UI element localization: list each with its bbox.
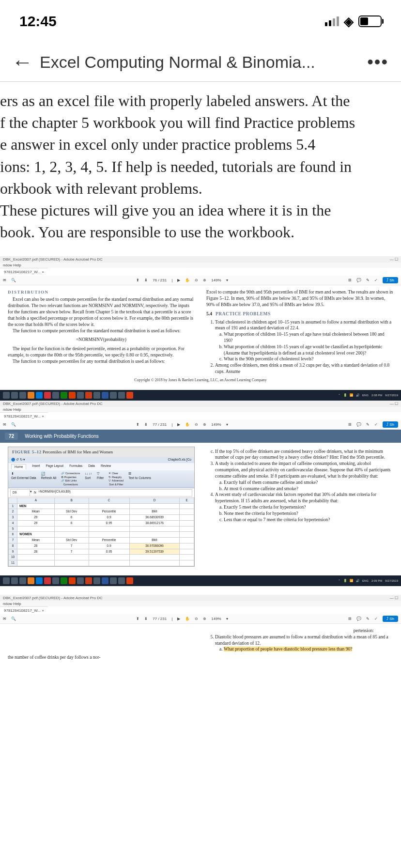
app-icon[interactable]: [52, 392, 59, 399]
hand-icon[interactable]: ✋: [185, 278, 190, 282]
acrobat-menubar[interactable]: ndow Help: [0, 601, 401, 606]
systray-icon[interactable]: 🔋: [343, 393, 347, 397]
app-icon[interactable]: [52, 577, 59, 584]
acrobat-menubar[interactable]: ndow Help: [0, 407, 401, 412]
arrow-down-icon[interactable]: ⬇: [144, 422, 148, 427]
app-icon[interactable]: [118, 392, 125, 399]
word-icon[interactable]: [102, 392, 108, 399]
window-controls[interactable]: — ☐: [390, 257, 398, 262]
zoom-out-icon[interactable]: ⊖: [195, 617, 198, 621]
search-icon[interactable]: 🔍: [11, 278, 16, 282]
app-icon[interactable]: [77, 577, 84, 584]
systray-lang[interactable]: ENG: [362, 394, 369, 397]
acrobat-menubar[interactable]: ndow Help: [0, 263, 401, 268]
systray-icon[interactable]: 🔊: [356, 393, 359, 397]
acrobat-tab[interactable]: 9781284108217_W... ×: [0, 268, 48, 276]
start-icon[interactable]: [3, 577, 10, 584]
ribbon-textto[interactable]: Text to Columns: [128, 476, 151, 480]
systray-icon[interactable]: ⌃: [338, 393, 340, 397]
app-icon[interactable]: [44, 577, 51, 584]
arrow-up-icon[interactable]: ⬆: [136, 278, 139, 282]
app-icon[interactable]: [28, 392, 34, 399]
zoom-in-icon[interactable]: ⊕: [203, 278, 206, 282]
systray-lang[interactable]: ENG: [362, 579, 369, 582]
systray-icon[interactable]: 🔋: [343, 579, 347, 582]
sign-icon[interactable]: ✓: [374, 278, 378, 282]
tab-formulas[interactable]: Formulas: [69, 464, 82, 470]
excel-tabs[interactable]: Home Insert Page Layout Formulas Data Re…: [8, 463, 194, 471]
sign-icon[interactable]: ✓: [374, 617, 378, 621]
zoom-out-icon[interactable]: ⊖: [195, 422, 198, 427]
firefox-icon[interactable]: [69, 392, 76, 399]
taskview-icon[interactable]: [19, 392, 26, 399]
firefox-icon[interactable]: [69, 577, 76, 584]
arrow-up-icon[interactable]: ⬆: [136, 422, 139, 427]
systray-icon[interactable]: 📶: [350, 579, 353, 582]
excel-icon[interactable]: [61, 577, 67, 584]
app-icon[interactable]: [110, 392, 117, 399]
ribbon-refresh[interactable]: Refresh All: [41, 476, 56, 480]
pointer-icon[interactable]: ▶: [177, 278, 180, 282]
search-icon[interactable]: 🔍: [11, 422, 16, 427]
ppt-icon[interactable]: [85, 577, 92, 584]
layout-icon[interactable]: ⊞: [348, 617, 352, 621]
edge-icon[interactable]: [36, 392, 43, 399]
cortana-icon[interactable]: [11, 577, 18, 584]
edge-icon[interactable]: [36, 577, 43, 584]
window-controls[interactable]: — ☐: [390, 402, 398, 406]
acrobat-tab[interactable]: 9781284108217_W... ×: [0, 412, 48, 420]
hand-icon[interactable]: ✋: [185, 617, 190, 621]
layout-icon[interactable]: ⊞: [348, 278, 352, 282]
hand-icon[interactable]: ✋: [185, 422, 190, 427]
tab-review[interactable]: Review: [101, 464, 111, 470]
mail-icon[interactable]: ✉: [3, 278, 6, 282]
search-icon[interactable]: 🔍: [11, 617, 16, 621]
ppt-icon[interactable]: [85, 392, 92, 399]
layout-icon[interactable]: ⊞: [348, 422, 352, 427]
tab-home[interactable]: Home: [11, 464, 26, 470]
acrobat-tab[interactable]: 9781284108217_W... ×: [0, 606, 48, 614]
comment-icon[interactable]: 💬: [356, 617, 361, 621]
back-button[interactable]: ←: [10, 50, 40, 74]
edit-icon[interactable]: ✎: [366, 278, 370, 282]
systray-icon[interactable]: 📶: [350, 393, 353, 397]
acrobat-icon[interactable]: [126, 392, 133, 399]
word-icon[interactable]: [102, 577, 108, 584]
edit-icon[interactable]: ✎: [366, 422, 370, 427]
tab-layout[interactable]: Page Layout: [46, 464, 64, 470]
app-icon[interactable]: [93, 392, 100, 399]
cortana-icon[interactable]: [11, 392, 18, 399]
share-button[interactable]: ⤴ Sh: [383, 421, 398, 428]
comment-icon[interactable]: 💬: [356, 422, 361, 427]
systray-icon[interactable]: ⌃: [338, 579, 340, 582]
edit-icon[interactable]: ✎: [366, 617, 370, 621]
tab-insert[interactable]: Insert: [32, 464, 40, 470]
share-button[interactable]: ⤴ Sh: [383, 616, 398, 622]
window-controls[interactable]: — ☐: [390, 596, 398, 600]
app-icon[interactable]: [110, 577, 117, 584]
mail-icon[interactable]: ✉: [3, 422, 6, 427]
app-icon[interactable]: [118, 577, 125, 584]
tab-data[interactable]: Data: [88, 464, 95, 470]
app-icon[interactable]: [93, 577, 100, 584]
start-icon[interactable]: [3, 392, 10, 399]
arrow-down-icon[interactable]: ⬇: [144, 617, 148, 621]
excel-icon[interactable]: [61, 392, 67, 399]
arrow-up-icon[interactable]: ⬆: [136, 617, 139, 621]
menu-button[interactable]: •••: [364, 52, 391, 72]
app-icon[interactable]: [44, 392, 51, 399]
zoom-out-icon[interactable]: ⊖: [195, 278, 198, 282]
pointer-icon[interactable]: ▶: [177, 422, 180, 427]
acrobat-icon[interactable]: [126, 577, 133, 584]
share-button[interactable]: ⤴ Sh: [383, 277, 398, 283]
systray-icon[interactable]: 🔊: [356, 579, 359, 582]
ribbon-getdata[interactable]: Get External Data: [11, 476, 36, 480]
taskview-icon[interactable]: [19, 577, 26, 584]
formula-bar[interactable]: D9 ▾ fx =NORMINV(C9,A9,B9): [10, 489, 192, 496]
pointer-icon[interactable]: ▶: [177, 617, 180, 621]
app-icon[interactable]: [77, 392, 84, 399]
sign-icon[interactable]: ✓: [374, 422, 378, 427]
app-icon[interactable]: [28, 577, 34, 584]
zoom-in-icon[interactable]: ⊕: [203, 422, 206, 427]
mail-icon[interactable]: ✉: [3, 617, 6, 621]
